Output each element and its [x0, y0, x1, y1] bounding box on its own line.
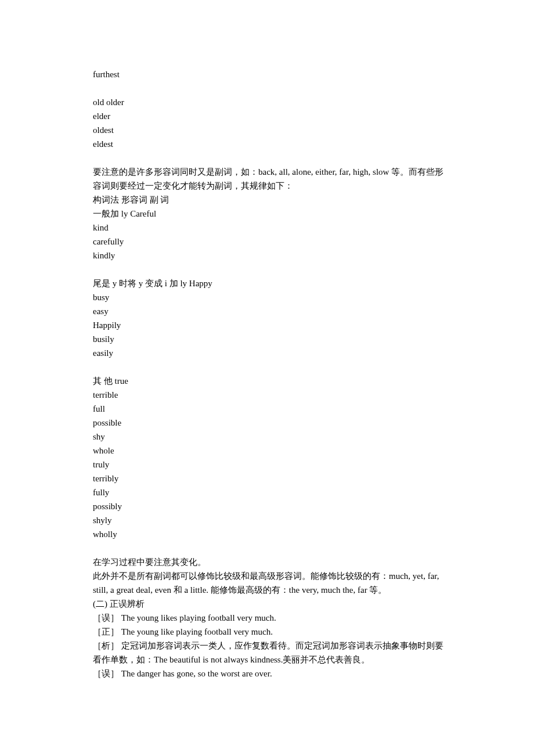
- text-line: busily: [93, 332, 444, 346]
- text-line: wholly: [93, 527, 444, 541]
- text-line: ［误］ The danger has gone, so the worst ar…: [93, 667, 444, 681]
- blank-line: [93, 262, 444, 276]
- text-line: 要注意的是许多形容词同时又是副词，如：back, all, alone, eit…: [93, 165, 444, 193]
- document-page: furthestold olderelder oldesteldest要注意的是…: [0, 0, 534, 715]
- text-line: ［正］ The young like playing football very…: [93, 625, 444, 639]
- text-line: 此外并不是所有副词都可以修饰比较级和最高级形容词。能修饰比较级的有：much, …: [93, 569, 444, 597]
- blank-line: [93, 541, 444, 555]
- text-line: old older: [93, 95, 444, 109]
- blank-line: [93, 360, 444, 374]
- blank-line: [93, 81, 444, 95]
- text-line: truly: [93, 458, 444, 471]
- text-line: full: [93, 402, 444, 416]
- text-line: kindly: [93, 249, 444, 262]
- text-line: furthest: [93, 67, 444, 81]
- text-line: carefully: [93, 235, 444, 249]
- text-line: 尾是 y 时将 y 变成 i 加 ly Happy: [93, 276, 444, 290]
- text-line: busy: [93, 290, 444, 304]
- text-line: fully: [93, 485, 444, 499]
- text-line: terrible: [93, 388, 444, 402]
- text-line: possible: [93, 416, 444, 430]
- text-line: shyly: [93, 513, 444, 527]
- text-line: 一般加 ly Careful: [93, 207, 444, 221]
- text-line: 构词法 形容词 副 词: [93, 193, 444, 207]
- text-line: eldest: [93, 137, 444, 151]
- text-line: possibly: [93, 499, 444, 513]
- text-line: easily: [93, 346, 444, 360]
- text-line: Happily: [93, 318, 444, 332]
- blank-line: [93, 151, 444, 165]
- text-line: 其 他 true: [93, 374, 444, 388]
- text-line: ［误］ The young likes playing football ver…: [93, 611, 444, 625]
- text-line: whole: [93, 444, 444, 458]
- text-line: oldest: [93, 123, 444, 137]
- text-line: terribly: [93, 471, 444, 485]
- text-line: kind: [93, 221, 444, 235]
- text-line: 在学习过程中要注意其变化。: [93, 555, 444, 569]
- text-line: ［析］ 定冠词加形容词表示一类人，应作复数看待。而定冠词加形容词表示抽象事物时则…: [93, 639, 444, 667]
- text-line: shy: [93, 430, 444, 444]
- text-line: (二) 正误辨析: [93, 597, 444, 611]
- text-line: elder: [93, 109, 444, 123]
- text-line: easy: [93, 304, 444, 318]
